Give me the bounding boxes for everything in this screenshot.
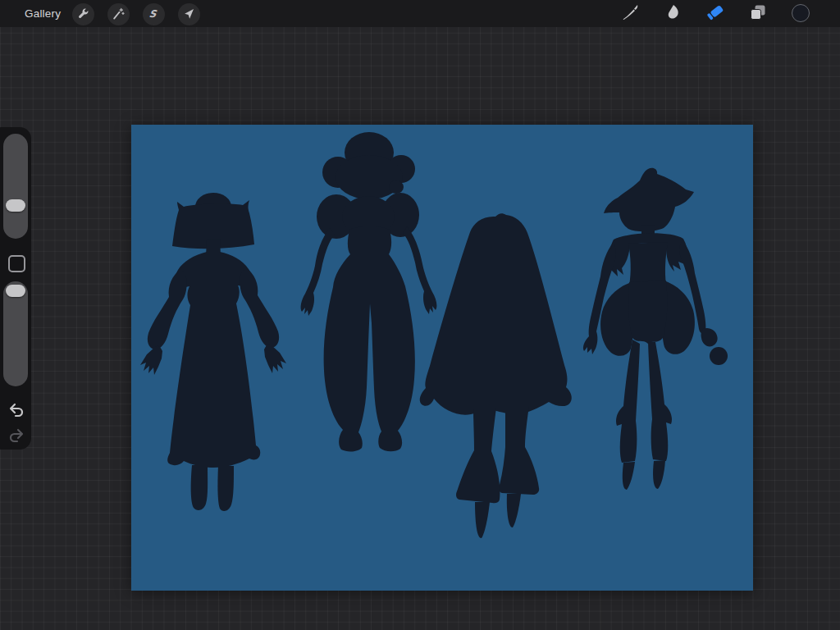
- modify-button[interactable]: [8, 255, 25, 272]
- figure-2-silhouette: [301, 132, 437, 451]
- figure-3-silhouette: [420, 213, 572, 538]
- wrench-icon: [75, 7, 90, 21]
- layers-button[interactable]: [747, 3, 769, 25]
- drawing-canvas[interactable]: [131, 125, 753, 591]
- opacity-slider[interactable]: [3, 281, 28, 386]
- gallery-button[interactable]: Gallery: [25, 0, 61, 27]
- opacity-handle[interactable]: [6, 285, 25, 297]
- figure-1-silhouette: [140, 193, 286, 511]
- brush-size-slider[interactable]: [3, 134, 28, 239]
- artwork-silhouettes: [131, 125, 753, 591]
- actions-button[interactable]: [72, 3, 94, 25]
- smudge-finger-icon: [663, 2, 682, 25]
- selection-button[interactable]: S: [143, 3, 165, 25]
- transform-arrow-icon: [181, 7, 196, 21]
- color-swatch[interactable]: [792, 4, 810, 22]
- paintbrush-icon: [620, 2, 640, 25]
- top-toolbar: Gallery S: [0, 0, 840, 27]
- sidebar-panel: [0, 127, 31, 450]
- transform-button[interactable]: [178, 3, 200, 25]
- eraser-tool-button[interactable]: [705, 3, 726, 25]
- magic-wand-icon: [111, 7, 126, 21]
- eraser-icon: [705, 2, 726, 26]
- redo-icon: [7, 434, 26, 448]
- svg-text:S: S: [148, 9, 158, 21]
- smudge-tool-button[interactable]: [662, 3, 683, 25]
- brush-size-handle[interactable]: [6, 199, 25, 212]
- redo-button[interactable]: [7, 426, 26, 445]
- undo-icon: [7, 409, 26, 422]
- figure-4-silhouette: [583, 168, 728, 490]
- adjustments-button[interactable]: [107, 3, 130, 25]
- selection-s-icon: S: [146, 7, 161, 21]
- paint-tool-button[interactable]: [619, 3, 641, 25]
- undo-button[interactable]: [7, 400, 26, 420]
- layers-icon: [748, 2, 768, 25]
